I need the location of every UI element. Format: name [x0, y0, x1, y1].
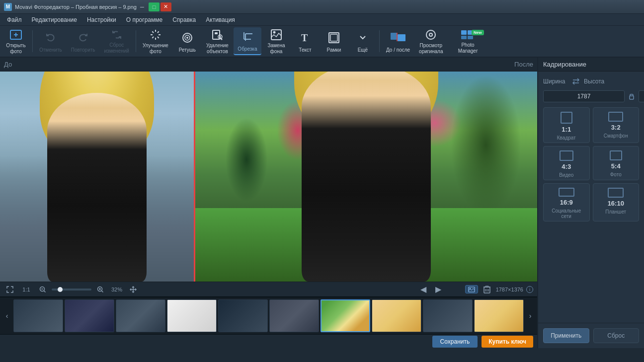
preset-11[interactable]: 1:1 Квадрат — [543, 107, 590, 143]
save-button[interactable]: Сохранить — [432, 336, 478, 348]
thumb-6[interactable] — [269, 299, 319, 332]
svg-rect-27 — [330, 34, 337, 41]
thumb-8[interactable] — [423, 299, 473, 332]
after-label: После — [514, 61, 533, 68]
preset-54[interactable]: 5:4 Фото — [593, 146, 640, 180]
fit-button[interactable] — [4, 284, 16, 295]
retouch-label: Ретушь — [179, 47, 196, 53]
view-original-label: Просмотр оригинала — [419, 43, 443, 55]
width-input[interactable] — [543, 90, 625, 102]
preset-169-ratio: 16:9 — [560, 199, 573, 206]
delete-button[interactable] — [481, 284, 493, 295]
prev-image-button[interactable]: ◀ — [417, 284, 429, 295]
thumb-5[interactable] — [218, 299, 268, 332]
woman-after — [302, 72, 431, 282]
height-label: Высота — [584, 78, 609, 85]
thumb-active[interactable] — [321, 299, 370, 332]
undo-button[interactable]: Отменить — [35, 27, 66, 55]
sidebar-title: Кадрирование — [538, 58, 644, 72]
info-icon[interactable]: i — [526, 286, 533, 293]
remove-objects-button[interactable]: Удаление объектов — [202, 27, 233, 55]
thumb-2[interactable] — [65, 299, 114, 332]
replace-bg-button[interactable]: Замена фона — [262, 27, 290, 55]
toolbar: Открыть фото Отменить Повторить — [0, 26, 644, 58]
svg-rect-29 — [398, 34, 405, 41]
zoom-in-button[interactable] — [94, 284, 106, 295]
bottom-toolbar: 1:1 — [0, 282, 537, 296]
open-photo-button[interactable]: Открыть фото — [2, 27, 30, 55]
swap-arrows-icon[interactable] — [572, 77, 580, 85]
svg-line-10 — [152, 36, 154, 38]
menu-edit[interactable]: Редактирование — [27, 14, 82, 26]
menu-settings[interactable]: Настройки — [82, 14, 121, 26]
height-input[interactable] — [639, 90, 644, 102]
zoom-out-button[interactable] — [37, 284, 49, 295]
view-original-button[interactable]: Просмотр оригинала — [415, 27, 447, 55]
woman-silhouette-before — [47, 93, 147, 282]
filmstrip-next[interactable]: › — [525, 301, 535, 331]
apply-button[interactable]: Применить — [543, 328, 589, 343]
enhance-button[interactable]: Улучшение фото — [139, 27, 172, 55]
redo-button[interactable]: Повторить — [67, 27, 99, 55]
crop-button[interactable]: Обрезка — [234, 27, 261, 55]
zoom-slider[interactable] — [52, 289, 91, 290]
preset-43-ratio: 4:3 — [562, 163, 571, 170]
toolbar-separator-1 — [32, 30, 33, 52]
menu-activate[interactable]: Активация — [201, 14, 240, 26]
preset-32[interactable]: 3:2 Смартфон — [593, 107, 640, 143]
content-wrapper: До После — [0, 58, 644, 348]
titlebar: M Movavi Фоторедактор – Пробная версия –… — [0, 0, 644, 14]
preset-169[interactable]: 16:9 Социальные сети — [543, 183, 590, 221]
preset-32-name: Смартфон — [604, 133, 628, 139]
svg-line-40 — [44, 290, 45, 292]
menubar: Файл Редактирование Настройки О программ… — [0, 14, 644, 26]
photo-manager-button[interactable]: New Photo Manager — [448, 27, 488, 55]
thumb-bg-2 — [65, 300, 114, 332]
before-photo — [0, 72, 194, 282]
thumb-9[interactable] — [474, 299, 524, 332]
image-canvas[interactable] — [0, 72, 537, 282]
menu-help[interactable]: Справка — [167, 14, 201, 26]
svg-rect-36 — [461, 36, 467, 39]
menu-about[interactable]: О программе — [121, 14, 167, 26]
view-original-icon — [423, 28, 439, 41]
pan-tool-button[interactable] — [127, 284, 139, 295]
thumb-bg-active — [322, 300, 369, 331]
next-image-button[interactable]: ▶ — [432, 284, 444, 295]
thumb-4[interactable] — [167, 299, 217, 332]
zoom-1-1-label[interactable]: 1:1 — [19, 287, 34, 292]
svg-rect-34 — [461, 30, 467, 35]
maximize-button[interactable]: □ — [149, 2, 160, 11]
preset-11-ratio: 1:1 — [562, 126, 571, 133]
thumb-3[interactable] — [116, 299, 165, 332]
reset-crop-button[interactable]: Сброс — [593, 328, 640, 343]
menu-file[interactable]: Файл — [2, 14, 27, 26]
thumb-bg-6 — [270, 300, 319, 332]
close-button[interactable]: ✕ — [161, 2, 171, 11]
filmstrip-prev[interactable]: ‹ — [2, 301, 12, 331]
preset-43-icon — [560, 150, 573, 161]
before-after-button[interactable]: До / после — [382, 27, 414, 55]
lock-icon[interactable] — [629, 92, 635, 100]
minimize-button[interactable]: ─ — [137, 2, 148, 11]
preset-1610[interactable]: 16:10 Планшет — [593, 183, 640, 221]
canvas-divider[interactable] — [194, 72, 195, 282]
preset-32-icon — [608, 112, 623, 122]
thumb-7[interactable] — [372, 299, 421, 332]
preset-43[interactable]: 4:3 Видео — [543, 146, 590, 180]
thumb-1[interactable] — [13, 299, 63, 332]
thumb-bg-4 — [167, 300, 216, 332]
crop-preset-grid: 1:1 Квадрат 3:2 Смартфон 4:3 Видео — [543, 107, 639, 221]
text-button[interactable]: T Текст — [291, 27, 319, 55]
filmstrip: ‹ — [0, 296, 537, 334]
retouch-button[interactable]: Ретушь — [173, 27, 201, 55]
values-row — [543, 90, 639, 102]
svg-line-9 — [158, 31, 159, 33]
more-button[interactable]: Ещё — [349, 27, 377, 55]
reset-button[interactable]: Сброс изменений — [100, 27, 133, 55]
more-label: Ещё — [358, 47, 368, 53]
svg-rect-54 — [630, 96, 634, 99]
frames-button[interactable]: Рамки — [320, 27, 348, 55]
buy-key-button[interactable]: Купить ключ — [482, 336, 533, 348]
svg-line-7 — [152, 31, 154, 33]
